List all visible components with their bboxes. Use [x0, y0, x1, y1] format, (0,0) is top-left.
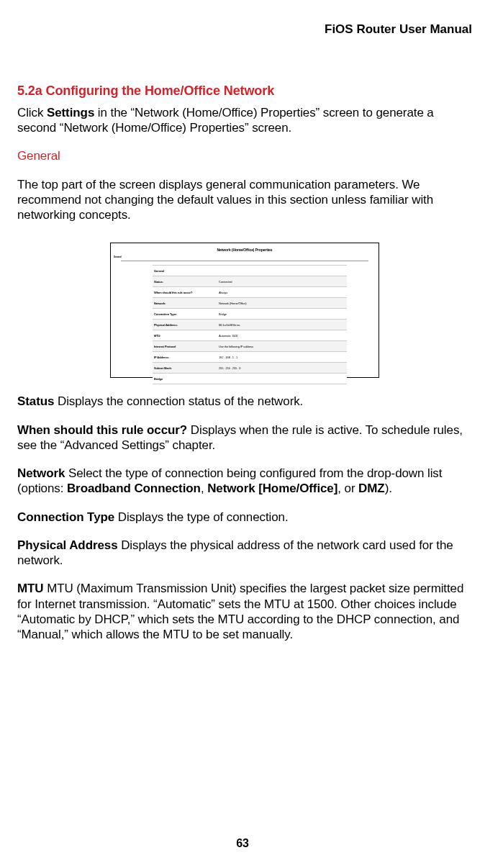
- general-body: The top part of the screen displays gene…: [17, 177, 472, 223]
- figure-wrapper: Network (Home/Office) Properties General…: [17, 243, 472, 378]
- fig-tab: General: [114, 256, 121, 259]
- fig-row-label: Subnet Mask:: [153, 366, 219, 370]
- fig-row-value: 00:1a:6d:8f:0e:ea: [219, 323, 347, 327]
- def-conn: Connection Type Displays the type of con…: [17, 510, 472, 525]
- fig-row-label: When should this rule occur?: [153, 291, 219, 294]
- body-mtu: MTU (Maximum Transmission Unit) specifie…: [17, 582, 463, 641]
- fig-row: MTU:Automatic 1500: [153, 330, 347, 340]
- fig-row: Status:Connected: [153, 276, 347, 286]
- fig-row: Connection Type:Bridge: [153, 308, 347, 319]
- term-conn: Connection Type: [17, 510, 114, 524]
- net-sep2: , or: [337, 482, 358, 495]
- intro-pre: Click: [17, 106, 47, 119]
- fig-row: Internet ProtocolUse the following IP ad…: [153, 340, 347, 351]
- fig-rule: [121, 261, 368, 261]
- fig-row-value: Always: [219, 291, 347, 294]
- net-opt3: DMZ: [358, 482, 385, 495]
- term-status: Status: [17, 394, 54, 408]
- term-mtu: MTU: [17, 582, 44, 595]
- def-status: Status Displays the connection status of…: [17, 394, 472, 409]
- fig-row-label: Physical Address:: [153, 323, 219, 327]
- fig-title: Network (Home/Office) Properties: [111, 248, 379, 252]
- fig-row-value: Network (Home/Office): [219, 302, 347, 305]
- fig-table: GeneralStatus:ConnectedWhen should this …: [153, 265, 347, 384]
- term-rule: When should this rule occur?: [17, 423, 187, 437]
- fig-row-label: Status:: [153, 280, 219, 284]
- fig-row: Physical Address:00:1a:6d:8f:0e:ea: [153, 319, 347, 330]
- term-network: Network: [17, 466, 65, 480]
- properties-screenshot: Network (Home/Office) Properties General…: [110, 243, 379, 378]
- term-phys: Physical Address: [17, 538, 118, 552]
- manual-page: FiOS Router User Manual 5.2a Configuring…: [0, 0, 485, 868]
- fig-row-value: 192 . 168 . 1 . 1: [219, 356, 347, 359]
- intro-bold: Settings: [47, 106, 94, 119]
- general-subhead: General: [17, 148, 472, 163]
- body-status: Displays the connection status of the ne…: [54, 394, 303, 408]
- fig-row-label: Bridge: [153, 377, 219, 381]
- fig-row-value: Connected: [219, 280, 347, 284]
- body-conn: Displays the type of connection.: [114, 510, 288, 524]
- fig-row-label: Internet Protocol: [153, 345, 219, 348]
- fig-row-label: IP Address:: [153, 356, 219, 359]
- fig-row: General: [153, 265, 347, 276]
- page-header: FiOS Router User Manual: [17, 22, 472, 37]
- def-network: Network Select the type of connection be…: [17, 466, 472, 497]
- def-phys: Physical Address Displays the physical a…: [17, 538, 472, 569]
- net-opt1: Broadband Connection: [67, 482, 201, 495]
- fig-row-label: General: [153, 269, 219, 273]
- fig-row-value: 255 . 255 . 255 . 0: [219, 366, 347, 370]
- def-mtu: MTU MTU (Maximum Transmission Unit) spec…: [17, 581, 472, 642]
- fig-row-label: Connection Type:: [153, 312, 219, 316]
- section-heading: 5.2a Configuring the Home/Office Network: [17, 83, 472, 99]
- fig-row: Network:Network (Home/Office): [153, 297, 347, 308]
- def-rule: When should this rule occur? Displays wh…: [17, 422, 472, 453]
- net-sep1: ,: [201, 482, 207, 495]
- page-number: 63: [0, 836, 485, 851]
- fig-row-value: Automatic 1500: [219, 334, 347, 338]
- fig-row-value: Bridge: [219, 312, 347, 316]
- fig-row: Bridge: [153, 373, 347, 384]
- fig-row-label: Network:: [153, 302, 219, 305]
- fig-row: IP Address:192 . 168 . 1 . 1: [153, 351, 347, 362]
- fig-row-label: MTU:: [153, 334, 219, 338]
- intro-paragraph: Click Settings in the “Network (Home/Off…: [17, 105, 472, 136]
- fig-row: When should this rule occur?Always: [153, 286, 347, 297]
- net-end: ).: [385, 482, 392, 495]
- fig-row: Subnet Mask:255 . 255 . 255 . 0: [153, 362, 347, 373]
- fig-row-value: Use the following IP address: [219, 345, 347, 348]
- net-opt2: Network [Home/Office]: [207, 482, 337, 495]
